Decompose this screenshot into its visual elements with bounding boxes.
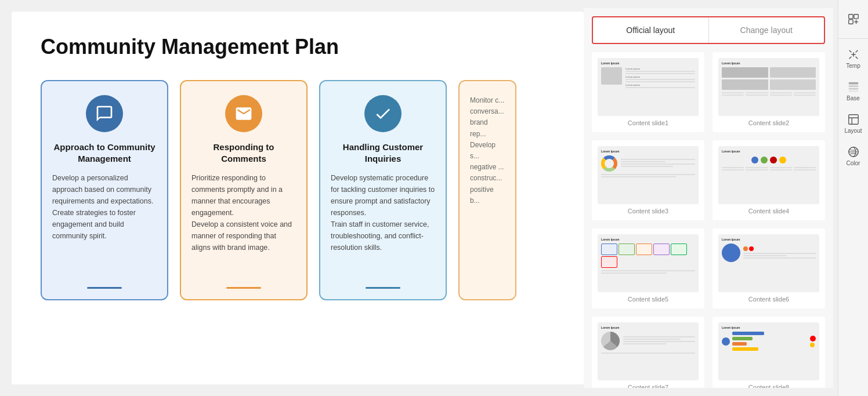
thumb5-content: Lorem Ipsum [598,234,699,292]
svg-rect-7 [848,115,858,125]
slide-thumb-6-label: Content slide6 [718,296,819,303]
mail-icon [234,104,253,123]
cards-container: Approach to Community Management Develop… [41,80,555,300]
slide-thumb-8-img: Lorem Ipsum [718,322,819,380]
slide-thumb-2[interactable]: Lorem Ipsum [713,52,825,132]
main-slide-area: Community Management Plan Approach to Co… [12,12,584,384]
side-icon-bar: Temp Base Layout Color [838,0,868,396]
slide-thumb-1-label: Content slide1 [598,119,699,126]
slide-thumb-2-label: Content slide2 [718,119,819,126]
card-responding: Responding to Comments Prioritize respon… [180,80,308,300]
card-icon-check [364,95,402,132]
card1-line [87,287,122,289]
card3-text: Develop systematic procedure for tacklin… [331,172,435,277]
slide-thumb-1[interactable]: Lorem Ipsum Lorem ipsum Lorem ipsum [592,52,704,132]
temp-label: Temp [846,63,860,69]
card3-title: Handling Customer Inquiries [331,141,435,164]
slide-thumb-6-img: Lorem Ipsum [718,234,819,292]
svg-rect-0 [848,14,852,19]
layout-icon [847,113,860,126]
card2-line [226,287,261,289]
svg-rect-2 [848,20,852,24]
card-handling: Handling Customer Inquiries Develop syst… [319,80,447,300]
thumb7-content: Lorem Ipsum [598,322,699,380]
side-divider [838,38,868,39]
slide-thumb-5-label: Content slide5 [598,296,699,303]
svg-rect-3 [848,82,858,85]
svg-rect-1 [853,14,858,19]
layout-icon-item[interactable]: Layout [838,108,868,139]
layout-label: Layout [844,128,862,134]
slide-thumb-6[interactable]: Lorem Ipsum [713,228,825,308]
chat-icon [95,104,114,123]
color-label: Color [847,160,860,166]
slide-thumb-3-img: Lorem Ipsum [598,146,699,204]
card3-line [366,287,400,289]
base-icon [847,81,860,93]
slide-thumb-5[interactable]: Lorem Ipsum Content slide5 [592,228,704,308]
card1-title: Approach to Community Management [52,141,157,164]
slide-thumb-7-img: Lorem Ipsum [598,322,699,380]
base-label: Base [847,95,860,101]
slide-title: Community Management Plan [41,35,555,59]
check-icon [374,104,392,123]
card2-text: Prioritize responding to comments prompt… [191,172,296,277]
card1-text: Develop a personalized approach based on… [52,172,157,277]
slide-thumb-8[interactable]: Lorem Ipsum [713,317,825,388]
card-approach: Approach to Community Management Develop… [41,80,168,300]
card-icon-mail [225,95,262,132]
svg-rect-4 [848,85,858,87]
thumb3-donut [601,155,617,172]
temp-icon-item[interactable]: Temp [838,43,868,74]
thumb2-content: Lorem Ipsum [718,58,819,116]
slide-thumb-4-label: Content slide4 [718,208,819,215]
slide-thumbnail-grid: Lorem Ipsum Lorem ipsum Lorem ipsum [584,44,833,388]
temp-icon [847,48,860,61]
slide-thumb-3-label: Content slide3 [598,208,699,215]
card2-title: Responding to Comments [191,141,296,164]
slide-thumb-8-label: Content slide8 [718,384,819,388]
base-icon-item[interactable]: Base [838,76,868,106]
official-layout-button[interactable]: Official layout [593,17,709,43]
card-icon-chat [86,95,123,132]
slide-thumb-5-img: Lorem Ipsum [598,234,699,292]
svg-rect-5 [848,88,858,90]
slide-thumb-4-img: Lorem Ipsum [718,146,819,204]
color-icon [847,146,860,158]
slide-thumb-3[interactable]: Lorem Ipsum [592,140,704,220]
slide-thumb-1-img: Lorem Ipsum Lorem ipsum Lorem ipsum [598,58,699,116]
thumb8-content: Lorem Ipsum [718,322,819,380]
slide-thumb-2-img: Lorem Ipsum [718,58,819,116]
card-manage-partial: Monitor c...conversa...brand rep...Devel… [458,80,516,300]
layout-switcher-icon-item[interactable] [838,8,868,30]
svg-rect-6 [848,90,858,92]
card4-text: Monitor c...conversa...brand rep...Devel… [470,95,505,289]
layout-toolbar: Official layout Change layout [592,16,825,44]
thumb3-content: Lorem Ipsum [598,146,699,204]
change-layout-button[interactable]: Change layout [709,17,824,43]
thumb1-content: Lorem Ipsum Lorem ipsum Lorem ipsum [598,58,699,116]
slide-thumb-4[interactable]: Lorem Ipsum [713,140,825,220]
layout-switcher-icon [847,13,860,26]
slide-thumb-7[interactable]: Lorem Ipsum [592,317,704,388]
thumb4-content: Lorem Ipsum [718,146,819,204]
thumb7-pie [601,332,620,350]
color-icon-item[interactable]: Color [838,141,868,171]
right-panel: Official layout Change layout Lorem Ipsu… [584,8,833,388]
slide-thumb-7-label: Content slide7 [598,384,699,388]
thumb6-content: Lorem Ipsum [718,234,819,292]
